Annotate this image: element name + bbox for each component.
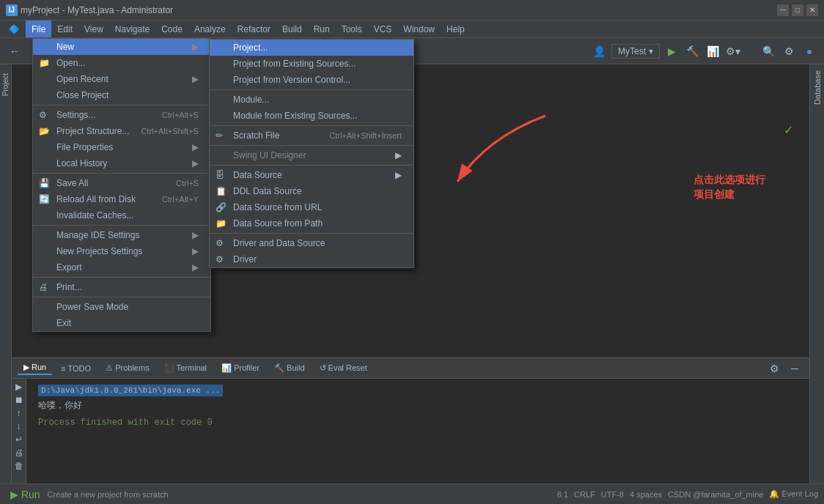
menu-help[interactable]: Help xyxy=(441,21,471,37)
menu-edit[interactable]: Edit xyxy=(51,21,78,37)
new-ddl-data-source[interactable]: 📋 DDL Data Source xyxy=(210,183,413,199)
file-menu-reload[interactable]: 🔄 Reload All from Disk Ctrl+Alt+Y xyxy=(33,191,210,207)
scroll-down-icon[interactable]: ↓ xyxy=(17,421,21,431)
menu-tools[interactable]: Tools xyxy=(336,21,368,37)
new-submenu-sep1 xyxy=(210,89,413,90)
tab-todo[interactable]: ≡ TODO xyxy=(55,361,97,375)
help-icon-button[interactable]: ● xyxy=(801,42,818,60)
status-line-ending: CRLF xyxy=(574,490,595,499)
panel-minimize-button[interactable]: ─ xyxy=(786,360,803,377)
ddl-icon: 📋 xyxy=(216,186,227,196)
path-icon: 📁 xyxy=(216,218,227,229)
new-driver[interactable]: ⚙ Driver xyxy=(210,251,413,267)
minimize-button[interactable]: ─ xyxy=(777,4,789,16)
new-data-source[interactable]: 🗄 Data Source ▶ xyxy=(210,167,413,183)
menu-view[interactable]: View xyxy=(78,21,109,37)
new-project[interactable]: Project... xyxy=(210,40,413,56)
new-projects-arrow-icon: ▶ xyxy=(192,246,199,256)
tab-profiler[interactable]: 📊 Profiler xyxy=(216,361,265,375)
status-run-button[interactable]: ▶ Run xyxy=(6,487,45,502)
menu-run[interactable]: Run xyxy=(308,21,336,37)
file-menu-exit[interactable]: Exit xyxy=(33,315,210,331)
run-config-selector[interactable]: MyTest ▾ xyxy=(611,44,660,59)
file-menu-project-structure[interactable]: 📂 Project Structure... Ctrl+Alt+Shift+S xyxy=(33,123,210,139)
tab-build[interactable]: 🔨 Build xyxy=(268,361,311,375)
file-menu-print[interactable]: 🖨 Print... xyxy=(33,279,210,295)
file-menu-settings[interactable]: ⚙ Settings... Ctrl+Alt+S xyxy=(33,107,210,123)
new-data-source-url[interactable]: 🔗 Data Source from URL xyxy=(210,199,413,215)
file-menu-new[interactable]: New ▶ xyxy=(33,39,210,55)
database-panel-label[interactable]: Database xyxy=(813,70,822,105)
menu-refactor[interactable]: Refactor xyxy=(232,21,276,37)
status-encoding: UTF-8 xyxy=(601,490,624,499)
file-menu-close-project[interactable]: Close Project xyxy=(33,87,210,103)
tab-problems[interactable]: ⚠ Problems xyxy=(100,361,155,375)
tab-terminal[interactable]: ⬛ Terminal xyxy=(158,361,213,375)
file-menu-local-history[interactable]: Local History ▶ xyxy=(33,155,210,171)
scroll-up-icon[interactable]: ↑ xyxy=(17,408,21,418)
back-button[interactable]: ← xyxy=(6,42,23,60)
close-button[interactable]: ✕ xyxy=(806,4,818,16)
tab-run[interactable]: ▶ Run xyxy=(18,361,52,375)
save-icon: 💾 xyxy=(39,178,50,188)
menu-window[interactable]: Window xyxy=(397,21,441,37)
project-panel-label[interactable]: Project xyxy=(1,73,10,96)
new-module-existing[interactable]: Module from Existing Sources... xyxy=(210,108,413,124)
search-button[interactable]: 🔍 xyxy=(759,42,777,60)
new-project-vcs[interactable]: Project from Version Control... xyxy=(210,72,413,88)
status-event-log[interactable]: 🔔 Event Log xyxy=(769,489,818,499)
trash-icon[interactable]: 🗑 xyxy=(15,461,23,471)
manage-ide-arrow-icon: ▶ xyxy=(192,230,199,240)
title-bar: IJ myProject - MyTest.java - Administrat… xyxy=(0,0,824,21)
file-menu-export[interactable]: Export ▶ xyxy=(33,259,210,275)
tab-eval-reset[interactable]: ↺ Eval Reset xyxy=(314,361,373,375)
file-menu-dropdown: New ▶ 📁 Open... Open Recent ▶ Close Proj… xyxy=(32,38,211,332)
status-right: 8:1 CRLF UTF-8 4 spaces CSDN @faramita_o… xyxy=(557,489,818,499)
window-controls: ─ □ ✕ xyxy=(777,4,818,16)
stop-icon[interactable]: ⏹ xyxy=(15,395,23,405)
run-button[interactable]: ▶ xyxy=(663,42,680,60)
file-menu-power-save[interactable]: Power Save Mode xyxy=(33,299,210,315)
status-position: 8:1 xyxy=(557,490,568,499)
bottom-panel-header: ▶ Run ≡ TODO ⚠ Problems ⬛ Terminal 📊 Pro… xyxy=(12,358,809,379)
new-driver-data-source[interactable]: ⚙ Driver and Data Source xyxy=(210,235,413,251)
new-swing-ui[interactable]: Swing UI Designer ▶ xyxy=(210,147,413,163)
menu-app-icon[interactable]: 🔷 xyxy=(3,21,26,37)
maximize-button[interactable]: □ xyxy=(792,4,803,16)
file-menu-save-all[interactable]: 💾 Save All Ctrl+S xyxy=(33,175,210,191)
user-button[interactable]: 👤 xyxy=(591,42,608,60)
menu-vcs[interactable]: VCS xyxy=(368,21,398,37)
wrap-icon[interactable]: ↵ xyxy=(15,434,23,445)
menu-file[interactable]: File xyxy=(26,21,51,37)
menu-navigate[interactable]: Navigate xyxy=(109,21,155,37)
new-data-source-path[interactable]: 📁 Data Source from Path xyxy=(210,215,413,231)
new-submenu-sep5 xyxy=(210,233,413,234)
new-project-existing[interactable]: Project from Existing Sources... xyxy=(210,56,413,72)
window-title: myProject - MyTest.java - Administrator xyxy=(21,5,173,15)
menu-code[interactable]: Code xyxy=(155,21,188,37)
output-line1: 哈喽，你好 xyxy=(38,399,798,412)
file-menu-open[interactable]: 📁 Open... xyxy=(33,55,210,71)
new-module[interactable]: Module... xyxy=(210,92,413,108)
file-menu-open-recent[interactable]: Open Recent ▶ xyxy=(33,71,210,87)
driver-icon: ⚙ xyxy=(216,254,224,264)
new-scratch-file[interactable]: ✏ Scratch File Ctrl+Alt+Shift+Insert xyxy=(210,127,413,144)
new-submenu: Project... Project from Existing Sources… xyxy=(209,39,414,268)
print-icon[interactable]: 🖨 xyxy=(15,448,23,458)
new-submenu-sep2 xyxy=(210,125,413,126)
panel-settings-button[interactable]: ⚙ xyxy=(765,360,783,377)
run-icon[interactable]: ▶ xyxy=(15,382,22,392)
more-button[interactable]: ⚙▾ xyxy=(724,42,742,60)
coverage-button[interactable]: 📊 xyxy=(704,42,721,60)
status-indent: 4 spaces xyxy=(630,490,662,499)
build-button[interactable]: 🔨 xyxy=(683,42,701,60)
file-menu-manage-ide[interactable]: Manage IDE Settings ▶ xyxy=(33,227,210,243)
title-bar-left: IJ myProject - MyTest.java - Administrat… xyxy=(6,4,173,16)
menu-build[interactable]: Build xyxy=(276,21,308,37)
file-menu-new-projects[interactable]: New Projects Settings ▶ xyxy=(33,243,210,259)
menu-analyze[interactable]: Analyze xyxy=(188,21,232,37)
file-menu-file-properties[interactable]: File Properties ▶ xyxy=(33,139,210,155)
file-menu-invalidate-caches[interactable]: Invalidate Caches... xyxy=(33,207,210,223)
status-csdn: CSDN @faramita_of_mine xyxy=(668,490,763,499)
settings-button[interactable]: ⚙ xyxy=(780,42,798,60)
